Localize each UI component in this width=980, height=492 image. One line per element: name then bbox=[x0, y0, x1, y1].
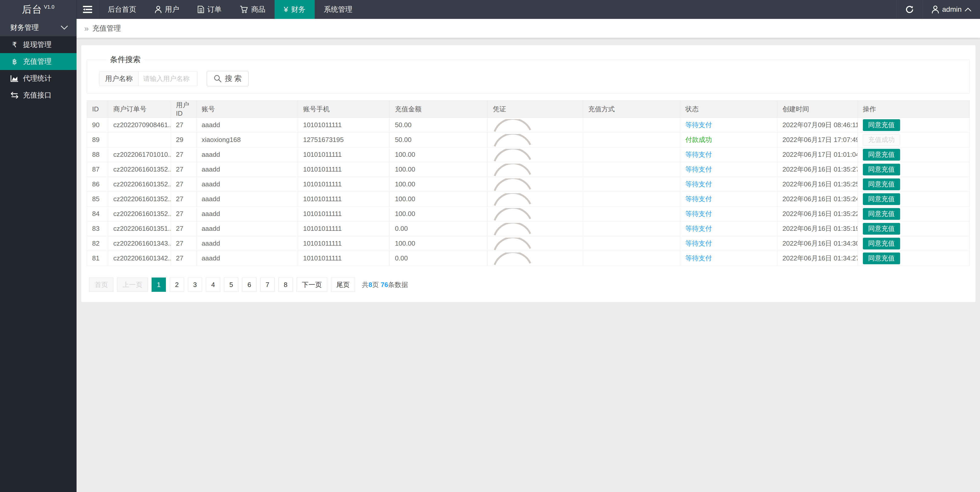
voucher-image[interactable] bbox=[493, 223, 578, 236]
page-number-1[interactable]: 1 bbox=[151, 277, 166, 292]
voucher-image[interactable] bbox=[493, 193, 578, 206]
approve-recharge-button[interactable]: 同意充值 bbox=[863, 119, 900, 131]
cell-method bbox=[583, 192, 680, 207]
approve-recharge-button[interactable]: 同意充值 bbox=[863, 208, 900, 220]
table-row: 90cz2022070908461...27aaadd1010101111150… bbox=[87, 118, 970, 132]
column-header: 账号 bbox=[196, 100, 298, 118]
column-header: 凭证 bbox=[488, 100, 583, 118]
topnav-item-system[interactable]: 系统管理 bbox=[315, 0, 362, 19]
cell-account: aaadd bbox=[196, 192, 298, 207]
status-badge: 等待支付 bbox=[685, 151, 712, 158]
cell-amount: 0.00 bbox=[390, 221, 488, 236]
cell-voucher bbox=[488, 236, 583, 251]
cell-amount: 50.00 bbox=[390, 118, 488, 132]
page-number-2[interactable]: 2 bbox=[170, 277, 184, 292]
search-button[interactable]: 搜 索 bbox=[207, 71, 248, 86]
sidebar-item-recharge-api[interactable]: 充值接口 bbox=[0, 87, 76, 103]
cell-phone: 10101011111 bbox=[298, 118, 390, 132]
page-number-6[interactable]: 6 bbox=[242, 277, 256, 292]
topnav-item-goods[interactable]: 商品 bbox=[231, 0, 275, 19]
topnav-item-finance[interactable]: ¥财务 bbox=[275, 0, 315, 19]
cell-action: 同意充值 bbox=[858, 162, 969, 177]
voucher-image[interactable] bbox=[493, 119, 578, 132]
topnav-item-label: 后台首页 bbox=[108, 5, 136, 14]
cell-voucher bbox=[488, 147, 583, 162]
cell-id: 81 bbox=[87, 251, 108, 266]
page-number-3[interactable]: 3 bbox=[188, 277, 202, 292]
cell-status: 付款成功 bbox=[680, 132, 777, 147]
cell-account: aaadd bbox=[196, 221, 298, 236]
cell-id: 83 bbox=[87, 221, 108, 236]
cell-action: 同意充值 bbox=[858, 251, 969, 266]
cell-id: 86 bbox=[87, 177, 108, 192]
cell-amount: 0.00 bbox=[390, 251, 488, 266]
approve-recharge-button[interactable]: 同意充值 bbox=[863, 149, 900, 161]
voucher-image[interactable] bbox=[493, 164, 578, 177]
voucher-image[interactable] bbox=[493, 178, 578, 191]
approve-recharge-button[interactable]: 同意充值 bbox=[863, 193, 900, 205]
recharge-table: ID商户订单号用户ID账号账号手机充值金额凭证充值方式状态创建时间操作 90cz… bbox=[87, 100, 970, 266]
voucher-image[interactable] bbox=[493, 134, 578, 147]
column-header: 充值金额 bbox=[390, 100, 488, 118]
voucher-image[interactable] bbox=[493, 149, 578, 162]
cell-created: 2022年06月16日 01:34:30 bbox=[777, 236, 858, 251]
voucher-image[interactable] bbox=[493, 253, 578, 265]
cell-status: 等待支付 bbox=[680, 221, 777, 236]
sidebar-item-agent-stats[interactable]: 代理统计 bbox=[0, 70, 76, 87]
page-next-button[interactable]: 下一页 bbox=[297, 277, 327, 292]
sidebar-menu: ₹提现管理฿充值管理代理统计充值接口 bbox=[0, 36, 76, 103]
top-navbar: 后台 V1.0 后台首页用户订单商品¥财务系统管理 admin bbox=[0, 0, 980, 19]
header-right: admin bbox=[896, 0, 980, 19]
search-fieldset: 条件搜索 用户名称 搜 索 bbox=[87, 54, 970, 94]
column-header: 创建时间 bbox=[777, 100, 858, 118]
approve-recharge-button[interactable]: 同意充值 bbox=[863, 223, 900, 235]
page-number-4[interactable]: 4 bbox=[206, 277, 220, 292]
voucher-image[interactable] bbox=[493, 238, 578, 250]
status-badge: 等待支付 bbox=[685, 254, 712, 262]
sidebar-toggle-icon[interactable] bbox=[76, 0, 99, 19]
topnav-item-label: 系统管理 bbox=[324, 5, 352, 14]
topnav-item-orders[interactable]: 订单 bbox=[188, 0, 231, 19]
page-number-8[interactable]: 8 bbox=[278, 277, 293, 292]
sidebar-item-label: 充值管理 bbox=[23, 57, 52, 66]
cell-method bbox=[583, 221, 680, 236]
username-search-input[interactable] bbox=[138, 71, 197, 86]
refresh-button[interactable] bbox=[896, 0, 923, 19]
page-last-button[interactable]: 尾页 bbox=[331, 277, 355, 292]
cell-order-no: cz2022061701010... bbox=[108, 147, 171, 162]
breadcrumb: » 充值管理 bbox=[76, 19, 980, 38]
approve-recharge-button[interactable]: 同意充值 bbox=[863, 164, 900, 175]
user-menu[interactable]: admin bbox=[923, 0, 980, 19]
approve-recharge-button[interactable]: 同意充值 bbox=[863, 178, 900, 190]
sidebar-item-recharge[interactable]: ฿充值管理 bbox=[0, 53, 76, 70]
cell-user-id: 27 bbox=[171, 162, 196, 177]
approve-recharge-button[interactable]: 同意充值 bbox=[863, 238, 900, 250]
cell-user-id: 27 bbox=[171, 118, 196, 132]
column-header: ID bbox=[87, 100, 108, 118]
username-field-label: 用户名称 bbox=[99, 71, 138, 86]
cell-phone: 10101011111 bbox=[298, 192, 390, 207]
rupee-icon: ₹ bbox=[10, 41, 19, 49]
sidebar-group-finance[interactable]: 财务管理 bbox=[0, 19, 76, 36]
topnav-item-home[interactable]: 后台首页 bbox=[99, 0, 145, 19]
cell-account: aaadd bbox=[196, 251, 298, 266]
sidebar-group-label: 财务管理 bbox=[10, 23, 61, 32]
cell-user-id: 27 bbox=[171, 221, 196, 236]
cell-order-no: cz2022061601351... bbox=[108, 221, 171, 236]
sidebar-item-withdraw[interactable]: ₹提现管理 bbox=[0, 36, 76, 53]
cell-account: aaadd bbox=[196, 177, 298, 192]
cell-method bbox=[583, 236, 680, 251]
page-number-5[interactable]: 5 bbox=[224, 277, 239, 292]
cell-id: 88 bbox=[87, 147, 108, 162]
voucher-image[interactable] bbox=[493, 208, 578, 221]
cell-action: 同意充值 bbox=[858, 147, 969, 162]
table-row: 83cz2022061601351...27aaadd101010111110.… bbox=[87, 221, 970, 236]
cell-amount: 100.00 bbox=[390, 162, 488, 177]
topnav-item-users[interactable]: 用户 bbox=[145, 0, 188, 19]
approve-recharge-button[interactable]: 同意充值 bbox=[863, 253, 900, 264]
cell-amount: 100.00 bbox=[390, 192, 488, 207]
sidebar: 财务管理 ₹提现管理฿充值管理代理统计充值接口 bbox=[0, 19, 76, 492]
page-number-7[interactable]: 7 bbox=[260, 277, 275, 292]
username: admin bbox=[942, 5, 962, 14]
table-header-row: ID商户订单号用户ID账号账号手机充值金额凭证充值方式状态创建时间操作 bbox=[87, 100, 970, 118]
